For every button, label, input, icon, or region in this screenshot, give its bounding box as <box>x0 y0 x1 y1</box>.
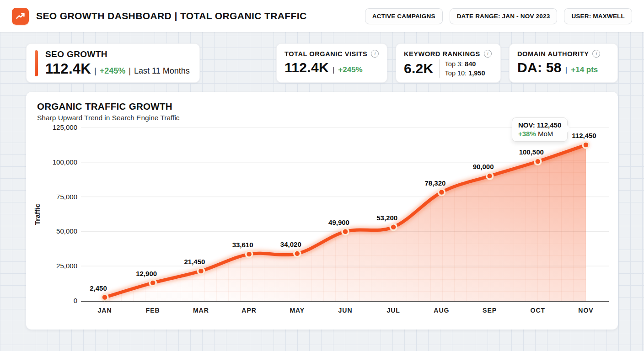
top3-value: 840 <box>465 60 476 68</box>
tooltip-suffix: MoM <box>536 130 553 138</box>
data-point-label-aug: 78,320 <box>424 179 445 187</box>
trending-up-icon <box>12 8 29 25</box>
page-title: SEO GROWTH DASHBOARD | TOTAL ORGANIC TRA… <box>36 11 307 21</box>
data-point-label-feb: 12,900 <box>136 270 157 277</box>
keyword-rankings-card: KEYWORD RANKINGS i 6.2K Top 3: 840 Top 1… <box>396 43 501 83</box>
y-tick-label: 25,000 <box>56 262 77 270</box>
y-tick-label: 50,000 <box>56 227 77 235</box>
tooltip-delta: +38% <box>518 130 536 138</box>
x-tick-label-jul: JUL <box>386 307 400 314</box>
data-point-label-jun: 49,900 <box>328 218 349 226</box>
data-point-label-nov: 112,450 <box>572 132 596 139</box>
data-point-jul[interactable] <box>390 224 397 230</box>
data-point-label-oct: 100,500 <box>519 148 544 156</box>
total-organic-visits-card: TOTAL ORGANIC VISITS i 112.4K | +245% <box>276 43 387 83</box>
seo-growth-delta: +245% <box>100 66 126 76</box>
x-tick-label-aug: AUG <box>434 307 449 314</box>
seo-growth-period: Last 11 Months <box>134 66 190 76</box>
data-point-feb[interactable] <box>150 280 156 286</box>
separator: | <box>94 66 97 76</box>
data-point-may[interactable] <box>294 250 301 257</box>
data-point-label-may: 34,020 <box>280 240 301 248</box>
y-axis-label: Traffic <box>33 203 41 225</box>
y-tick-label: 0 <box>74 297 77 304</box>
info-icon[interactable]: i <box>371 50 379 58</box>
data-point-apr[interactable] <box>246 251 252 257</box>
user-button[interactable]: USER: MAXWELL <box>564 8 632 24</box>
header-pill-group: ACTIVE CAMPAIGNS DATE RANGE: JAN - NOV 2… <box>365 8 632 24</box>
top10-value: 1,950 <box>468 69 485 77</box>
x-tick-label-may: MAY <box>290 307 305 314</box>
data-point-nov[interactable] <box>583 142 589 148</box>
active-campaigns-button[interactable]: ACTIVE CAMPAIGNS <box>365 8 443 24</box>
top10-label: Top 10: <box>445 69 469 77</box>
x-tick-label-mar: MAR <box>193 307 209 314</box>
data-point-jan[interactable] <box>102 294 108 301</box>
domain-authority-value: DA: 58 <box>517 60 562 75</box>
seo-growth-card: SEO GROWTH 112.4K | +245% | Last 11 Mont… <box>26 43 200 83</box>
data-point-mar[interactable] <box>198 268 204 274</box>
x-tick-label-feb: FEB <box>146 307 160 314</box>
data-point-aug[interactable] <box>438 189 445 196</box>
traffic-line-chart: 025,00050,00075,000100,000125,000Traffic… <box>26 125 618 321</box>
x-tick-label-jan: JAN <box>97 307 112 314</box>
seo-growth-title: SEO GROWTH <box>45 49 190 59</box>
x-tick-label-nov: NOV <box>578 307 593 314</box>
keyword-rankings-value: 6.2K <box>404 61 434 76</box>
separator: | <box>565 65 567 74</box>
top3-label: Top 3: <box>445 60 465 68</box>
domain-authority-card: DOMAIN AUTHORITY i DA: 58 | +14 pts <box>509 43 618 83</box>
data-point-oct[interactable] <box>535 158 541 165</box>
x-tick-label-oct: OCT <box>531 307 546 314</box>
data-point-label-sep: 90,000 <box>473 163 494 170</box>
separator: | <box>333 65 334 74</box>
organic-traffic-chart-card: ORGANIC TRAFFIC GROWTH Sharp Upward Tren… <box>26 92 618 330</box>
domain-authority-delta: +14 pts <box>571 65 598 74</box>
y-tick-label: 75,000 <box>56 193 77 201</box>
separator: | <box>129 66 131 76</box>
info-icon[interactable]: i <box>592 50 600 58</box>
x-tick-label-jun: JUN <box>338 307 352 314</box>
info-icon[interactable]: i <box>484 50 492 58</box>
accent-bar <box>35 50 38 76</box>
seo-growth-value: 112.4K <box>45 61 91 77</box>
total-organic-visits-value: 112.4K <box>284 60 329 75</box>
data-point-jun[interactable] <box>342 229 349 235</box>
data-point-sep[interactable] <box>487 173 493 179</box>
data-point-label-apr: 33,610 <box>232 241 253 249</box>
keyword-rankings-breakdown: Top 3: 840 Top 10: 1,950 <box>445 59 485 78</box>
nov-tooltip: NOV: 112,450 +38% MoM <box>512 117 568 142</box>
total-organic-visits-title: TOTAL ORGANIC VISITS <box>284 50 367 58</box>
stats-row: SEO GROWTH 112.4K | +245% | Last 11 Mont… <box>0 43 644 83</box>
top-bar: SEO GROWTH DASHBOARD | TOTAL ORGANIC TRA… <box>0 0 644 32</box>
total-organic-visits-delta: +245% <box>338 65 362 74</box>
chart-title: ORGANIC TRAFFIC GROWTH <box>37 101 607 112</box>
chart-area: 025,00050,00075,000100,000125,000Traffic… <box>26 125 618 321</box>
divider <box>439 59 440 78</box>
data-point-label-mar: 21,450 <box>184 258 205 266</box>
tooltip-title: NOV: 112,450 <box>518 121 561 129</box>
date-range-button[interactable]: DATE RANGE: JAN - NOV 2023 <box>450 8 558 24</box>
x-tick-label-sep: SEP <box>483 307 497 314</box>
domain-authority-title: DOMAIN AUTHORITY <box>517 50 589 58</box>
y-tick-label: 100,000 <box>53 158 77 166</box>
y-tick-label: 125,000 <box>53 125 77 131</box>
keyword-rankings-title: KEYWORD RANKINGS <box>404 50 480 58</box>
data-point-label-jul: 53,200 <box>376 214 397 222</box>
x-tick-label-apr: APR <box>242 307 257 314</box>
data-point-label-jan: 2,450 <box>90 284 107 292</box>
